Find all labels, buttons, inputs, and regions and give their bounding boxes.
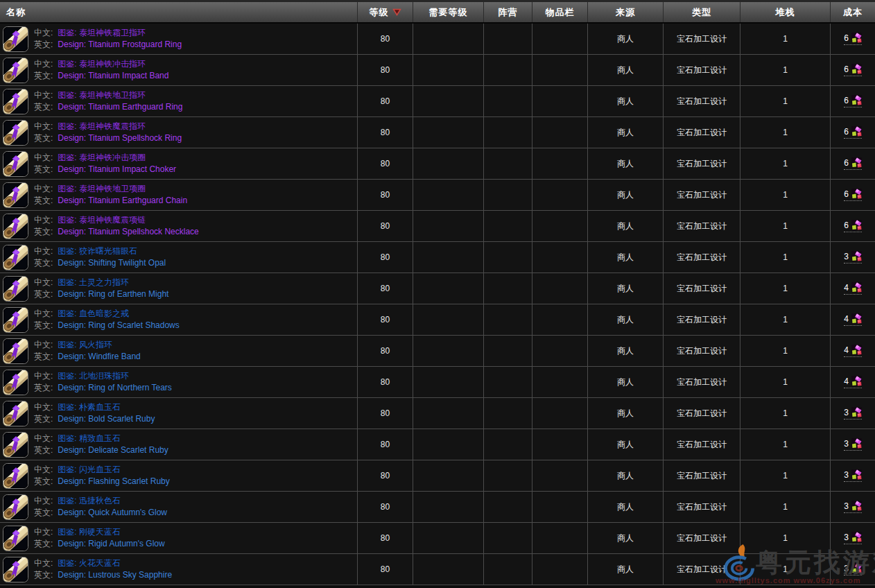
item-name-cn-link[interactable]: 图鉴: 火花天蓝石 <box>58 558 121 568</box>
cost-number: 3 <box>844 470 849 480</box>
cost-cell: 3 <box>831 492 875 522</box>
item-name-en-link[interactable]: Design: Delicate Scarlet Ruby <box>58 445 168 455</box>
column-header-cost[interactable]: 成本 <box>831 2 875 22</box>
cost-value[interactable]: 4 <box>844 345 862 357</box>
item-name-cn-link[interactable]: 图鉴: 精致血玉石 <box>58 433 121 443</box>
cost-value[interactable]: 6 <box>844 126 862 139</box>
cost-value[interactable]: 3 <box>844 251 862 263</box>
jewelcrafting-token-icon <box>851 376 862 386</box>
cost-value[interactable]: 6 <box>844 189 862 201</box>
item-scroll-icon[interactable] <box>3 370 28 395</box>
item-name-cn-link[interactable]: 图鉴: 泰坦神铁霜卫指环 <box>58 28 146 37</box>
cost-value[interactable]: 3 <box>844 469 862 482</box>
level-cell: 80 <box>358 336 413 366</box>
required-level-cell <box>413 523 484 553</box>
item-name-cn-link[interactable]: 图鉴: 刚硬天蓝石 <box>58 527 121 537</box>
slot-cell <box>532 117 588 148</box>
en-label: 英文: <box>34 227 53 236</box>
item-scroll-icon[interactable] <box>3 557 28 582</box>
column-header-source[interactable]: 来源 <box>588 2 664 22</box>
item-name-en-link[interactable]: Design: Ring of Earthen Might <box>58 289 168 299</box>
item-name-en-link[interactable]: Design: Quick Autumn's Glow <box>58 508 167 517</box>
item-name-cn-link[interactable]: 图鉴: 泰坦神铁地卫指环 <box>58 90 146 100</box>
jewelcrafting-token-icon <box>851 126 862 137</box>
item-name-cn-link[interactable]: 图鉴: 狡诈曙光猫眼石 <box>58 246 137 256</box>
item-name-en-link[interactable]: Design: Windfire Band <box>58 352 140 361</box>
en-label: 英文: <box>34 476 53 486</box>
item-scroll-icon[interactable] <box>3 307 28 333</box>
item-name-cn-link[interactable]: 图鉴: 北地泪珠指环 <box>58 371 129 381</box>
cost-value[interactable]: 4 <box>844 313 862 326</box>
item-name-cn-link[interactable]: 图鉴: 土灵之力指环 <box>58 277 129 287</box>
item-scroll-icon[interactable] <box>3 338 28 364</box>
column-header-stack[interactable]: 堆栈 <box>740 2 831 22</box>
item-scroll-icon[interactable] <box>3 89 28 114</box>
item-name-en-line: 英文:Design: Titanium Earthguard Ring <box>34 101 182 113</box>
cost-value[interactable]: 4 <box>844 282 862 295</box>
cost-value[interactable]: 6 <box>844 220 862 232</box>
item-name-en-link[interactable]: Design: Rigid Autumn's Glow <box>58 539 164 548</box>
en-label: 英文: <box>34 570 53 580</box>
column-header-level[interactable]: 等级 <box>358 2 413 22</box>
item-scroll-icon[interactable] <box>3 494 28 520</box>
item-name-cn-link[interactable]: 图鉴: 朴素血玉石 <box>58 402 121 412</box>
cost-value[interactable]: 3 <box>844 501 862 513</box>
item-scroll-icon[interactable] <box>3 214 28 239</box>
cost-value[interactable]: 3 <box>844 407 862 420</box>
item-scroll-icon[interactable] <box>3 120 28 146</box>
cost-value[interactable]: 3 <box>844 563 862 576</box>
item-scroll-icon[interactable] <box>3 151 28 177</box>
item-name-en-link[interactable]: Design: Bold Scarlet Ruby <box>58 414 155 424</box>
name-cell: 中文:图鉴: 迅捷秋色石 英文:Design: Quick Autumn's G… <box>0 492 358 522</box>
item-name-cn-link[interactable]: 图鉴: 泰坦神铁冲击指环 <box>58 59 146 69</box>
required-level-cell <box>413 492 484 522</box>
cost-value[interactable]: 6 <box>844 33 862 45</box>
item-name-en-link[interactable]: Design: Ring of Scarlet Shadows <box>58 320 179 330</box>
item-name-cn-link[interactable]: 图鉴: 血色暗影之戒 <box>58 309 129 318</box>
item-scroll-icon[interactable] <box>3 463 28 489</box>
column-header-name[interactable]: 名称 <box>0 2 358 22</box>
item-scroll-icon[interactable] <box>3 276 28 302</box>
item-name-en-link[interactable]: Design: Ring of Northern Tears <box>58 383 172 392</box>
item-scroll-icon[interactable] <box>3 26 28 52</box>
cost-value[interactable]: 6 <box>844 157 862 170</box>
item-name-en-link[interactable]: Design: Lustrous Sky Sapphire <box>58 570 172 580</box>
item-name-cn-link[interactable]: 图鉴: 泰坦神铁冲击项圈 <box>58 153 146 162</box>
item-name-en-link[interactable]: Design: Titanium Earthguard Ring <box>58 102 182 112</box>
column-header-required-level[interactable]: 需要等级 <box>413 2 484 22</box>
cost-value[interactable]: 4 <box>844 376 862 388</box>
item-name-cn-link[interactable]: 图鉴: 泰坦神铁地卫项圈 <box>58 184 146 193</box>
item-database-table-page: 名称 等级 需要等级 阵营 物品栏 来源 类型 堆栈 成本 <box>0 0 875 588</box>
item-name-en-link[interactable]: Design: Shifting Twilight Opal <box>58 258 166 268</box>
item-name-cn-link[interactable]: 图鉴: 泰坦神铁魔震项链 <box>58 215 146 225</box>
faction-cell <box>484 242 532 273</box>
required-level-cell <box>413 304 484 335</box>
cost-value[interactable]: 6 <box>844 95 862 107</box>
item-scroll-icon[interactable] <box>3 58 28 83</box>
item-name-en-link[interactable]: Design: Titanium Frostguard Ring <box>58 40 182 49</box>
item-name-cn-link[interactable]: 图鉴: 闪光血玉石 <box>58 465 121 474</box>
source-cell: 商人 <box>588 211 664 241</box>
cost-value[interactable]: 6 <box>844 64 862 76</box>
item-name-cn-link[interactable]: 图鉴: 风火指环 <box>58 340 112 349</box>
item-scroll-icon[interactable] <box>3 401 28 426</box>
column-header-slot[interactable]: 物品栏 <box>532 2 588 22</box>
item-scroll-icon[interactable] <box>3 182 28 208</box>
cost-value[interactable]: 3 <box>844 532 862 544</box>
item-name-en-link[interactable]: Design: Flashing Scarlet Ruby <box>58 476 169 486</box>
item-scroll-icon[interactable] <box>3 432 28 458</box>
column-header-faction[interactable]: 阵营 <box>484 2 532 22</box>
cost-value[interactable]: 3 <box>844 438 862 451</box>
item-name-cn-link[interactable]: 图鉴: 迅捷秋色石 <box>58 496 121 505</box>
item-name-en-link[interactable]: Design: Titanium Earthguard Chain <box>58 196 187 205</box>
item-scroll-icon[interactable] <box>3 526 28 551</box>
item-name-en-link[interactable]: Design: Titanium Spellshock Necklace <box>58 227 198 236</box>
item-name-cn-link[interactable]: 图鉴: 泰坦神铁魔震指环 <box>58 121 146 131</box>
item-scroll-icon[interactable] <box>3 245 28 270</box>
column-header-type[interactable]: 类型 <box>664 2 740 22</box>
cost-cell: 6 <box>831 86 875 116</box>
item-name-en-link[interactable]: Design: Titanium Spellshock Ring <box>58 133 182 143</box>
en-label: 英文: <box>34 102 53 112</box>
item-name-en-link[interactable]: Design: Titanium Impact Band <box>58 71 168 80</box>
item-name-en-link[interactable]: Design: Titanium Impact Choker <box>58 164 176 174</box>
